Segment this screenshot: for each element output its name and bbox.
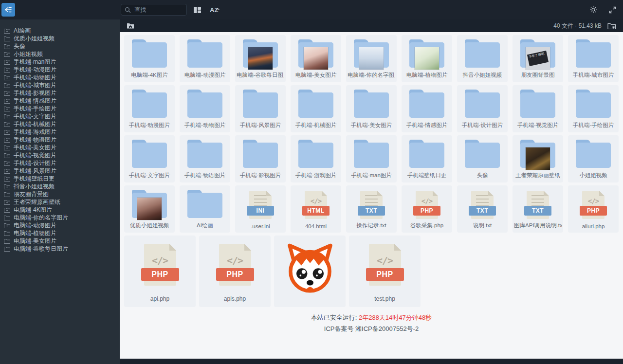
- folder-tile[interactable]: 抖音小姐姐视频: [457, 35, 508, 82]
- folder-tile[interactable]: 电脑端-美女图片: [291, 35, 341, 82]
- sidebar-item[interactable]: 手机端-影视图片: [0, 89, 120, 97]
- icp-line[interactable]: ICP备案号 湘ICP备20007552号-2: [124, 325, 619, 333]
- sidebar-item[interactable]: 手机端-动漫图片: [0, 66, 120, 73]
- folder-settings-button[interactable]: [606, 21, 617, 31]
- folder-glyph: [187, 143, 222, 168]
- folder-tile[interactable]: 手机端-视觉图片: [513, 85, 563, 132]
- file-tile[interactable]: </>PHP谷歌采集.php: [402, 185, 452, 233]
- folder-icon: [346, 35, 397, 71]
- folder-tile[interactable]: 手机端-城市图片: [568, 35, 619, 82]
- folder-tile[interactable]: 手机端-物语图片: [180, 135, 230, 182]
- file-tile[interactable]: TXT图库API调用说明.txt: [513, 185, 563, 233]
- file-tile[interactable]: </>PHPapis.php: [199, 236, 271, 307]
- folder-tile[interactable]: 电脑端-植物图片: [402, 35, 452, 82]
- folder-tile[interactable]: 电脑端-动漫图片: [180, 35, 230, 82]
- folder-tile[interactable]: 手机端-机械图片: [291, 85, 341, 132]
- folder-tile[interactable]: 手机端-情感图片: [402, 85, 452, 132]
- folder-tile[interactable]: 手机端-设计图片: [457, 85, 508, 132]
- sidebar-item[interactable]: 手机端-风景图片: [0, 167, 120, 175]
- sidebar-item[interactable]: 手机端-动物图片: [0, 73, 120, 81]
- tile-label: 手机端-动物图片: [181, 122, 229, 129]
- folder-tile[interactable]: 电脑端-你的名字图片: [346, 35, 397, 82]
- sort-button[interactable]: AZ: [209, 5, 219, 15]
- folder-icon: [346, 135, 397, 171]
- sidebar-item[interactable]: 手机端-情感图片: [0, 97, 120, 105]
- folder-tile[interactable]: 头像: [457, 135, 508, 182]
- folder-tile[interactable]: 手机端-man图片: [346, 135, 397, 182]
- tile-label: 手机端-视觉图片: [514, 122, 562, 129]
- file-tile[interactable]: INI.user.ini: [235, 185, 286, 233]
- sidebar-item[interactable]: 手机端-视觉图片: [0, 151, 120, 159]
- folder-tile[interactable]: 电脑端-谷歌每日图片: [235, 35, 286, 82]
- sidebar-item[interactable]: 手机端-物语图片: [0, 136, 120, 144]
- folder-tile[interactable]: 手机端-美女图片: [346, 85, 397, 132]
- view-toggle-button[interactable]: [193, 5, 202, 15]
- tile-label: allurl.php: [569, 223, 617, 229]
- sidebar-item[interactable]: 手机端-游戏图片: [0, 128, 120, 136]
- search-input[interactable]: [133, 6, 183, 14]
- file-tile[interactable]: </>PHPapi.php: [124, 236, 196, 307]
- file-type-badge: PHP: [413, 206, 440, 216]
- sidebar-item[interactable]: AI绘画: [0, 27, 120, 35]
- main-column: 40 文件 · 51.43 kB 电脑端-4K图片电脑端-动漫图片电脑端-谷歌每…: [120, 19, 623, 364]
- folder-tile[interactable]: 王者荣耀原画壁纸: [513, 135, 563, 182]
- theme-toggle-button[interactable]: [588, 5, 598, 15]
- tile-label: 手机端-美女图片: [348, 122, 395, 129]
- sidebar-item[interactable]: 手机端-手绘图片: [0, 105, 120, 112]
- content-area: 电脑端-4K图片电脑端-动漫图片电脑端-谷歌每日图片电脑端-美女图片电脑端-你的…: [120, 32, 623, 359]
- file-tile[interactable]: TXT说明.txt: [457, 185, 508, 233]
- home-button[interactable]: [126, 21, 135, 30]
- folder-tile[interactable]: 不早了 睡吧朋友圈背景图: [513, 35, 563, 82]
- sidebar: AI绘画优质小姐姐视频头像小姐姐视频手机端-man图片手机端-动漫图片手机端-动…: [0, 19, 120, 364]
- sidebar-item[interactable]: 电脑端-美女图片: [0, 237, 120, 245]
- sidebar-item[interactable]: 电脑端-4K图片: [0, 206, 120, 214]
- file-tile[interactable]: </>HTML404.html: [291, 185, 341, 233]
- sidebar-item[interactable]: 电脑端-谷歌每日图片: [0, 245, 120, 253]
- arrow-left-icon: [4, 6, 13, 14]
- folder-tile[interactable]: 手机端-风景图片: [235, 85, 286, 132]
- sort-caret-icon: [216, 8, 220, 10]
- tile-label: 手机端-物语图片: [181, 172, 229, 179]
- folder-tile[interactable]: 手机端-影视图片: [235, 135, 286, 182]
- sidebar-item[interactable]: 手机端-man图片: [0, 58, 120, 66]
- folder-icon: [4, 192, 10, 197]
- sidebar-item[interactable]: 电脑端-动漫图片: [0, 221, 120, 229]
- sidebar-item[interactable]: 手机端-美女图片: [0, 144, 120, 151]
- folder-tile[interactable]: 手机端-文字图片: [124, 135, 175, 182]
- sidebar-item[interactable]: 手机端-设计图片: [0, 159, 120, 167]
- image-tile[interactable]: [274, 236, 346, 307]
- folder-icon: [568, 35, 619, 71]
- folder-tile[interactable]: 手机端-手绘图片: [568, 85, 619, 132]
- folder-tile[interactable]: AI绘画: [180, 185, 230, 233]
- fullscreen-button[interactable]: [608, 5, 617, 15]
- file-tile[interactable]: TXT操作记录.txt: [346, 185, 397, 233]
- folder-icon: 不早了 睡吧: [513, 35, 563, 71]
- file-paper-glyph: </>PHP: [219, 244, 251, 286]
- sidebar-item[interactable]: 手机端壁纸日更: [0, 175, 120, 182]
- folder-icon: [402, 35, 452, 71]
- sidebar-item[interactable]: 抖音小姐姐视频: [0, 182, 120, 190]
- sidebar-item[interactable]: 朋友圈背景图: [0, 190, 120, 198]
- sidebar-item[interactable]: 手机端-文字图片: [0, 112, 120, 120]
- folder-tile[interactable]: 手机端壁纸日更: [402, 135, 452, 182]
- sidebar-item-label: 手机端-手绘图片: [14, 105, 56, 113]
- sidebar-item[interactable]: 王者荣耀原画壁纸: [0, 198, 120, 206]
- sidebar-item[interactable]: 电脑端-你的名字图片: [0, 214, 120, 221]
- file-tile[interactable]: </>PHPtest.php: [349, 236, 421, 307]
- sidebar-item[interactable]: 头像: [0, 42, 120, 50]
- folder-glyph: [465, 42, 500, 68]
- sidebar-item[interactable]: 手机端-城市图片: [0, 81, 120, 89]
- code-glyph: </>: [144, 255, 176, 266]
- sidebar-item[interactable]: 优质小姐姐视频: [0, 35, 120, 42]
- folder-tile[interactable]: 手机端-动漫图片: [124, 85, 175, 132]
- folder-tile[interactable]: 电脑端-4K图片: [124, 35, 175, 82]
- folder-tile[interactable]: 优质小姐姐视频: [124, 185, 175, 233]
- sidebar-item[interactable]: 电脑端-植物图片: [0, 229, 120, 237]
- collapse-sidebar-button[interactable]: [1, 3, 15, 17]
- folder-tile[interactable]: 手机端-动物图片: [180, 85, 230, 132]
- folder-tile[interactable]: 手机端-游戏图片: [291, 135, 341, 182]
- sidebar-item[interactable]: 小姐姐视频: [0, 50, 120, 58]
- file-tile[interactable]: </>PHPallurl.php: [568, 185, 619, 233]
- folder-tile[interactable]: 小姐姐视频: [568, 135, 619, 182]
- sidebar-item[interactable]: 手机端-机械图片: [0, 120, 120, 128]
